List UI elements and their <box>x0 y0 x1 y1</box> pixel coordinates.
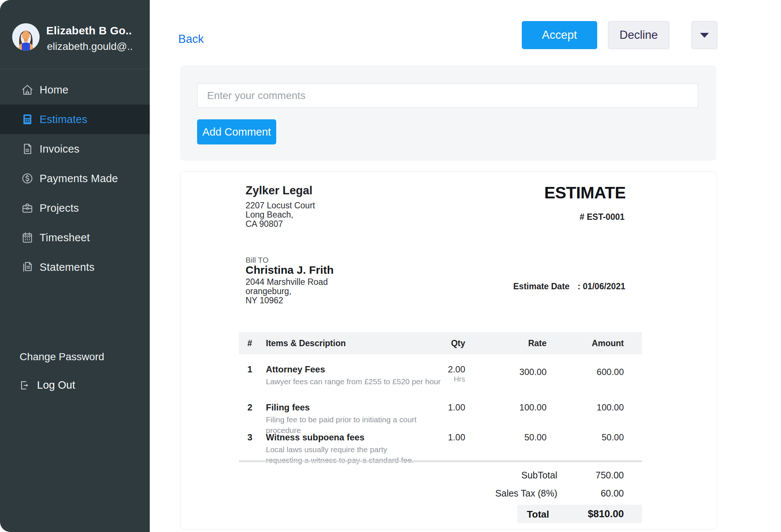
dollar-circle-icon <box>21 172 34 185</box>
calculator-icon <box>21 113 34 126</box>
sales-tax-value: 60.00 <box>568 488 624 499</box>
briefcase-icon <box>21 202 34 214</box>
change-password-link[interactable]: Change Password <box>20 351 104 363</box>
woman-avatar-icon <box>12 23 40 51</box>
company-name: Zylker Legal <box>246 184 312 197</box>
sidebar-item-home[interactable]: Home <box>0 75 150 105</box>
table-row-description: Lawyer fees can range from £255 to £520 … <box>266 376 443 387</box>
company-address: 2207 Locust Court Long Beach, CA 90807 <box>246 201 315 229</box>
user-email: elizabeth.gould@.. <box>47 41 133 52</box>
table-row-qty: 1.00 <box>428 432 465 443</box>
sidebar-item-label: Projects <box>40 202 79 214</box>
logout-icon <box>19 380 30 391</box>
statements-icon <box>21 261 34 273</box>
table-divider <box>239 461 642 461</box>
invoice-icon <box>21 143 34 155</box>
sidebar-item-timesheet[interactable]: Timesheet <box>0 223 150 252</box>
avatar <box>12 23 40 51</box>
items-table-header: # Items & Description Qty Rate Amount <box>239 332 642 354</box>
document-title: ESTIMATE <box>544 183 626 202</box>
bill-to-address: 2044 Marshville Road orangeburg, NY 1096… <box>246 277 328 305</box>
sidebar-item-label: Statements <box>40 261 95 273</box>
sales-tax-label: Sales Tax (8%) <box>483 488 557 499</box>
sidebar-item-statements[interactable]: Statements <box>0 252 150 282</box>
decline-button[interactable]: Decline <box>608 21 669 49</box>
logout-link[interactable]: Log Out <box>19 379 75 391</box>
total-value: $810.00 <box>568 508 624 520</box>
table-row-rate: 50.00 <box>502 432 547 443</box>
table-row-item: Filing fees <box>266 402 310 413</box>
table-row-qty: 2.00 <box>428 364 465 375</box>
table-row-rate: 300.00 <box>502 367 547 377</box>
add-comment-button[interactable]: Add Comment <box>197 119 276 144</box>
accept-button[interactable]: Accept <box>522 21 597 49</box>
back-link[interactable]: Back <box>178 33 204 46</box>
user-name: Elizabeth B Go.. <box>46 24 132 37</box>
table-row-num: 3 <box>247 432 252 443</box>
col-header-num: # <box>247 332 252 354</box>
table-row-amount: 100.00 <box>568 402 624 413</box>
total-label: Total <box>517 509 549 520</box>
bill-to-label: Bill TO <box>246 256 268 265</box>
home-icon <box>21 83 34 96</box>
estimate-date-value: : 01/06/2021 <box>550 282 625 291</box>
table-row-item: Witness subpoena fees <box>266 432 365 443</box>
table-row-qty: 1.00 <box>428 402 465 413</box>
chevron-down-icon <box>700 33 709 38</box>
more-actions-button[interactable] <box>692 21 717 49</box>
comment-input[interactable] <box>197 83 698 108</box>
subtotal-label: SubTotal <box>483 470 557 481</box>
col-header-amount: Amount <box>568 332 624 354</box>
sidebar-item-label: Payments Made <box>40 173 118 185</box>
sidebar-item-invoices[interactable]: Invoices <box>0 134 150 164</box>
sidebar-item-estimates[interactable]: Estimates <box>0 105 150 134</box>
table-row-rate: 100.00 <box>502 402 547 413</box>
sidebar: Elizabeth B Go.. elizabeth.gould@.. Home <box>0 0 150 532</box>
sidebar-item-label: Estimates <box>40 113 87 126</box>
sidebar-nav: Home Estimates <box>0 75 150 282</box>
calendar-icon <box>21 231 34 244</box>
user-block: Elizabeth B Go.. elizabeth.gould@.. <box>0 0 150 69</box>
col-header-item: Items & Description <box>266 332 346 354</box>
col-header-rate: Rate <box>502 332 547 354</box>
table-row-item: Attorney Fees <box>266 364 325 375</box>
table-row-num: 2 <box>247 402 252 413</box>
logout-label: Log Out <box>37 379 75 391</box>
table-row-num: 1 <box>247 364 252 375</box>
table-row-qty-unit: Hrs <box>428 375 465 383</box>
comment-panel: Add Comment <box>180 65 716 161</box>
table-row-amount: 600.00 <box>568 367 624 377</box>
client-portal-window: Elizabeth B Go.. elizabeth.gould@.. Home <box>0 0 781 532</box>
col-header-qty: Qty <box>428 332 465 354</box>
bill-to-name: Christina J. Frith <box>246 264 334 276</box>
document-number: # EST-0001 <box>580 212 625 222</box>
sidebar-item-label: Home <box>40 84 68 96</box>
table-row-amount: 50.00 <box>568 432 624 443</box>
subtotal-value: 750.00 <box>568 470 624 481</box>
sidebar-item-payments-made[interactable]: Payments Made <box>0 164 150 193</box>
estimate-document: Zylker Legal 2207 Locust Court Long Beac… <box>180 171 717 529</box>
sidebar-item-label: Invoices <box>40 143 80 155</box>
sidebar-item-projects[interactable]: Projects <box>0 193 150 223</box>
table-row-description: Local laws usually require the party req… <box>266 444 421 466</box>
sidebar-item-label: Timesheet <box>40 232 90 244</box>
